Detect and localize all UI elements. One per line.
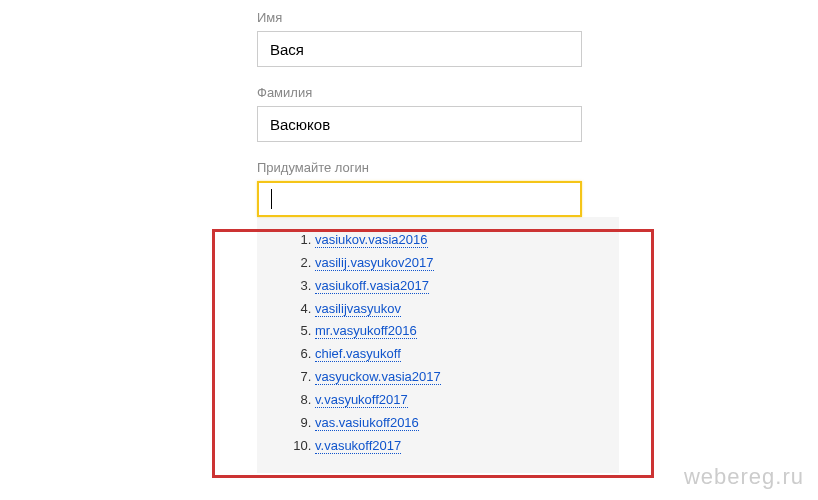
login-suggestions-list: vasiukov.vasia2016 vasilij.vasyukov2017 … xyxy=(277,231,599,455)
login-suggestion-link[interactable]: v.vasukoff2017 xyxy=(315,438,401,454)
list-item: vasiukov.vasia2016 xyxy=(315,231,599,250)
list-item: v.vasyukoff2017 xyxy=(315,391,599,410)
login-field-group: Придумайте логин vasiukov.vasia2016 vasi… xyxy=(257,160,818,473)
login-suggestion-link[interactable]: chief.vasyukoff xyxy=(315,346,401,362)
first-name-field-group: Имя xyxy=(257,10,818,67)
login-suggestion-link[interactable]: mr.vasyukoff2016 xyxy=(315,323,417,339)
list-item: vas.vasiukoff2016 xyxy=(315,414,599,433)
last-name-input[interactable] xyxy=(257,106,582,142)
last-name-field-group: Фамилия xyxy=(257,85,818,142)
list-item: chief.vasyukoff xyxy=(315,345,599,364)
list-item: mr.vasyukoff2016 xyxy=(315,322,599,341)
login-suggestion-link[interactable]: vasiukov.vasia2016 xyxy=(315,232,428,248)
login-suggestion-link[interactable]: vasiukoff.vasia2017 xyxy=(315,278,429,294)
login-input[interactable] xyxy=(257,181,582,217)
login-suggestion-link[interactable]: vasilijvasyukov xyxy=(315,301,401,317)
list-item: vasyuckow.vasia2017 xyxy=(315,368,599,387)
first-name-label: Имя xyxy=(257,10,818,25)
first-name-input[interactable] xyxy=(257,31,582,67)
login-suggestion-link[interactable]: vasilij.vasyukov2017 xyxy=(315,255,434,271)
list-item: vasilijvasyukov xyxy=(315,300,599,319)
login-suggestion-link[interactable]: v.vasyukoff2017 xyxy=(315,392,408,408)
login-suggestion-link[interactable]: vas.vasiukoff2016 xyxy=(315,415,419,431)
login-suggestion-link[interactable]: vasyuckow.vasia2017 xyxy=(315,369,441,385)
list-item: v.vasukoff2017 xyxy=(315,437,599,456)
text-caret xyxy=(271,189,272,209)
login-label: Придумайте логин xyxy=(257,160,818,175)
login-suggestions-panel: vasiukov.vasia2016 vasilij.vasyukov2017 … xyxy=(257,217,619,473)
list-item: vasilij.vasyukov2017 xyxy=(315,254,599,273)
list-item: vasiukoff.vasia2017 xyxy=(315,277,599,296)
last-name-label: Фамилия xyxy=(257,85,818,100)
